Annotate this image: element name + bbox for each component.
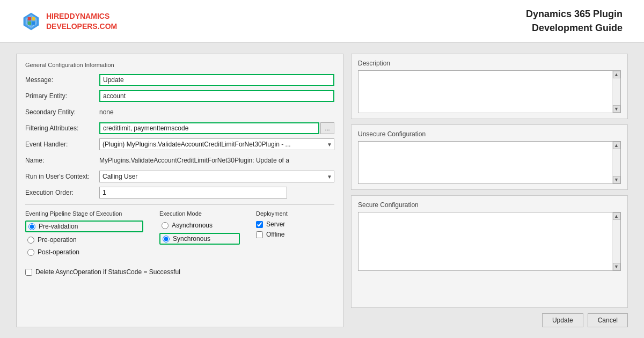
description-scrollbar: ▲ ▼ [612,71,620,113]
pipeline-section: Eventing Pipeline Stage of Execution Pre… [25,210,334,260]
unsecure-scrollbar: ▲ ▼ [612,142,620,183]
description-scroll-down-icon[interactable]: ▼ [613,105,620,113]
secondary-entity-row: Secondary Entity: none [25,106,334,119]
logo-dynamics: DYNAMICS [70,12,110,20]
radio-pre-validation-label: Pre-validation [39,223,78,230]
radio-pre-operation[interactable]: Pre-operation [25,235,143,245]
svg-rect-6 [32,21,35,25]
radio-pre-operation-label: Pre-operation [38,236,77,244]
checkbox-server-input[interactable] [256,221,263,228]
right-panel: Description ▲ ▼ Unsecure Configuration ▲… [351,54,628,327]
description-textarea-wrap: ▲ ▼ [358,70,621,113]
name-value: MyPlugins.ValidateAccountCreditLimitForN… [99,157,334,164]
radio-asynchronous-label: Asynchronous [172,222,213,229]
radio-asynchronous[interactable]: Asynchronous [159,221,240,230]
exec-mode-title: Execution Mode [159,210,240,217]
filtering-browse-button[interactable]: ... [320,122,334,134]
primary-entity-row: Primary Entity: [25,90,334,102]
svg-rect-4 [32,17,35,20]
event-handler-label: Event Handler: [25,141,99,148]
delete-async-row[interactable]: Delete AsyncOperation if StatusCode = Su… [25,268,334,276]
radio-pre-operation-input[interactable] [27,237,34,244]
description-title: Description [358,60,621,67]
bottom-actions: Update Cancel [351,313,628,327]
unsecure-scroll-down-icon[interactable]: ▼ [613,176,620,183]
logo-area: HIREDDYNAMICS DEVELOPERS.COM [21,11,117,31]
checkbox-offline-label: Offline [266,231,284,238]
secure-config-box: Secure Configuration ▲ ▼ [351,195,628,308]
logo-developers: DEVELOPERS. [46,22,100,31]
deployment-group: Deployment Server Offline [256,210,320,260]
message-input[interactable] [99,74,334,86]
event-handler-row: Event Handler: (Plugin) MyPlugins.Valida… [25,138,334,151]
unsecure-scroll-up-icon[interactable]: ▲ [613,142,620,149]
execution-order-label: Execution Order: [25,189,99,196]
pipeline-stage-title: Eventing Pipeline Stage of Execution [25,210,143,217]
logo-hired: HIRED [46,12,70,20]
run-context-select-wrap: Calling User ▼ [99,171,334,182]
description-box: Description ▲ ▼ [351,54,628,119]
checkbox-server[interactable]: Server [256,221,320,228]
execution-order-row: Execution Order: [25,186,334,199]
secure-scroll-up-icon[interactable]: ▲ [613,212,620,220]
event-handler-select-wrap: (Plugin) MyPlugins.ValidateAccountCredit… [99,138,334,150]
primary-entity-input[interactable] [99,90,334,102]
secure-scroll-down-icon[interactable]: ▼ [613,263,620,270]
unsecure-scroll-track [612,149,620,176]
logo-text: HIREDDYNAMICS DEVELOPERS.COM [46,11,117,31]
pipeline-stage-group: Eventing Pipeline Stage of Execution Pre… [25,210,143,260]
section-title: General Configuration Information [25,62,334,68]
checkbox-offline[interactable]: Offline [256,231,320,238]
unsecure-config-box: Unsecure Configuration ▲ ▼ [351,124,628,190]
form-divider [25,204,334,205]
run-context-label: Run in User's Context: [25,173,99,180]
logo-icon [21,12,41,31]
description-textarea[interactable] [358,70,621,113]
checkbox-offline-input[interactable] [256,231,263,238]
delete-async-label: Delete AsyncOperation if StatusCode = Su… [35,268,180,276]
cancel-button[interactable]: Cancel [588,313,628,327]
radio-synchronous[interactable]: Synchronous [159,233,240,245]
radio-post-operation-label: Post-operation [38,248,79,256]
radio-synchronous-input[interactable] [163,236,170,243]
logo-com: COM [100,22,118,31]
execution-order-input[interactable] [99,187,287,199]
filtering-label: Filtering Attributes: [25,124,99,132]
primary-entity-label: Primary Entity: [25,92,99,100]
deployment-title: Deployment [256,210,320,217]
secondary-entity-label: Secondary Entity: [25,108,99,116]
update-button[interactable]: Update [542,313,583,327]
svg-rect-5 [28,21,31,25]
secure-textarea-wrap: ▲ ▼ [358,212,621,271]
exec-mode-group: Execution Mode Asynchronous Synchronous [159,210,240,260]
description-scroll-up-icon[interactable]: ▲ [613,71,620,78]
radio-post-operation-input[interactable] [27,249,34,256]
message-row: Message: [25,74,334,86]
secure-config-textarea[interactable] [358,212,621,271]
message-label: Message: [25,76,99,84]
radio-pre-validation[interactable]: Pre-validation [25,221,143,232]
event-handler-select[interactable]: (Plugin) MyPlugins.ValidateAccountCredit… [99,138,334,150]
secure-scrollbar: ▲ ▼ [612,212,620,270]
main-content: General Configuration Information Messag… [0,43,644,338]
name-label: Name: [25,157,99,164]
filtering-input-group: ... [99,122,334,134]
secure-scroll-track [612,220,620,263]
radio-asynchronous-input[interactable] [162,222,169,229]
radio-pre-validation-input[interactable] [28,223,35,230]
radio-synchronous-label: Synchronous [173,235,210,243]
filtering-input[interactable] [99,122,319,134]
description-scroll-track [612,78,620,105]
secondary-entity-value: none [99,108,334,116]
top-bar: HIREDDYNAMICS DEVELOPERS.COM Dynamics 36… [0,0,644,43]
unsecure-textarea-wrap: ▲ ▼ [358,141,621,184]
checkbox-server-label: Server [266,221,285,228]
page-title: Dynamics 365 Plugin Development Guide [526,8,623,34]
unsecure-config-textarea[interactable] [358,141,621,184]
filtering-row: Filtering Attributes: ... [25,122,334,135]
delete-async-checkbox[interactable] [25,269,32,276]
svg-rect-3 [28,17,31,20]
radio-post-operation[interactable]: Post-operation [25,247,143,257]
run-context-row: Run in User's Context: Calling User ▼ [25,170,334,183]
run-context-select[interactable]: Calling User [99,171,334,182]
